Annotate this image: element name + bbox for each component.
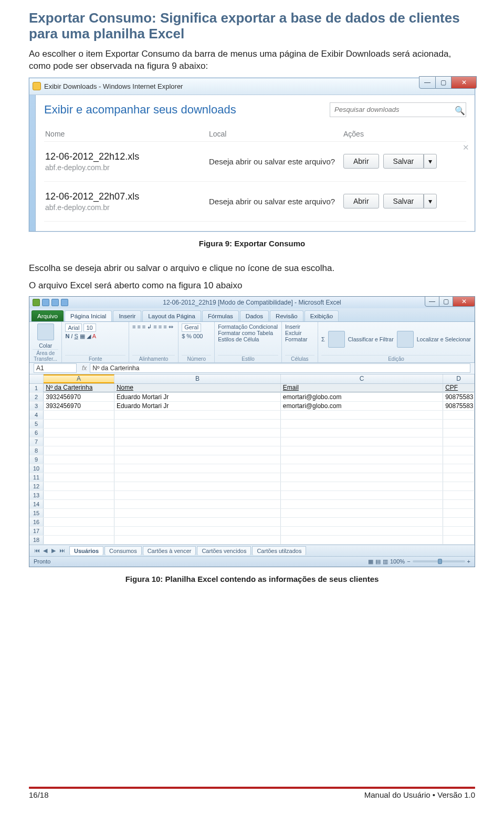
grid-row[interactable]: 4 [29, 411, 475, 420]
align-center-icon[interactable]: ≡ [159, 323, 162, 330]
row-header[interactable]: 6 [29, 429, 44, 437]
cell[interactable] [281, 536, 443, 544]
cells-insert-button[interactable]: Inserir [285, 323, 300, 330]
tab-view[interactable]: Exibição [304, 310, 339, 321]
close-button[interactable]: ✕ [452, 76, 477, 89]
row-header[interactable]: 18 [29, 536, 44, 544]
cell[interactable] [44, 518, 114, 526]
row-header[interactable]: 2 [29, 393, 44, 401]
cell[interactable] [281, 527, 443, 535]
excel-close-button[interactable]: ✕ [453, 296, 475, 307]
tab-file[interactable]: Arquivo [32, 310, 64, 321]
grid-row[interactable]: 11 [29, 473, 475, 482]
cell[interactable] [114, 455, 281, 464]
thousands-icon[interactable]: 000 [193, 333, 203, 339]
row-header[interactable]: 17 [29, 527, 44, 535]
row-header[interactable]: 12 [29, 482, 44, 491]
row-header[interactable]: 16 [29, 518, 44, 526]
cell[interactable] [281, 446, 443, 455]
wrap-icon[interactable]: ↲ [147, 323, 152, 330]
cell[interactable] [44, 482, 114, 491]
cell[interactable] [443, 464, 475, 473]
cell[interactable] [443, 518, 475, 526]
cell[interactable] [44, 429, 114, 437]
save-dropdown-button[interactable]: ▾ [424, 194, 437, 208]
cell[interactable] [114, 482, 281, 491]
cell[interactable]: 90875583 [443, 393, 475, 401]
cell[interactable] [114, 536, 281, 544]
cell[interactable] [443, 437, 475, 446]
find-select-icon[interactable] [397, 331, 414, 348]
grid-row[interactable]: 14 [29, 500, 475, 509]
row-header[interactable]: 10 [29, 464, 44, 473]
percent-icon[interactable]: % [186, 333, 192, 339]
cell[interactable] [114, 473, 281, 482]
cell[interactable]: 3932456970 [44, 393, 114, 401]
tab-data[interactable]: Dados [240, 310, 269, 321]
cell[interactable] [443, 473, 475, 482]
font-size-combo[interactable]: 10 [83, 323, 96, 332]
select-all-corner[interactable] [29, 374, 44, 383]
cell[interactable]: 3932456970 [44, 402, 114, 410]
row-header[interactable]: 8 [29, 446, 44, 455]
cell[interactable] [443, 455, 475, 464]
cell[interactable] [443, 420, 475, 428]
cell[interactable] [44, 509, 114, 517]
tab-insert[interactable]: Inserir [113, 310, 141, 321]
cell[interactable] [443, 527, 475, 535]
cell[interactable] [281, 482, 443, 491]
font-name-combo[interactable]: Arial [65, 323, 82, 332]
sheet-tab[interactable]: Cartões à vencer [143, 546, 196, 555]
cell[interactable] [114, 509, 281, 517]
cell[interactable] [281, 455, 443, 464]
cell[interactable] [443, 500, 475, 508]
excel-minimize-button[interactable]: — [425, 296, 439, 307]
spreadsheet-grid[interactable]: A B C D 1Nº da CarterinhaNomeEmailCPF239… [29, 374, 475, 545]
cell[interactable] [44, 411, 114, 419]
cell[interactable] [114, 411, 281, 419]
cell[interactable] [281, 437, 443, 446]
fx-icon[interactable]: fx [82, 364, 87, 372]
cell[interactable] [114, 420, 281, 428]
grid-row[interactable]: 5 [29, 420, 475, 429]
sheet-tab[interactable]: Consumos [104, 546, 142, 555]
grid-row[interactable]: 33932456970Eduardo Mortari Jremortari@gl… [29, 402, 475, 411]
row-header[interactable]: 14 [29, 500, 44, 508]
cell[interactable] [44, 464, 114, 473]
cell[interactable]: Eduardo Mortari Jr [114, 393, 281, 401]
paste-icon[interactable] [37, 323, 54, 340]
open-button[interactable]: Abrir [343, 194, 379, 208]
cell[interactable] [443, 482, 475, 491]
cell[interactable] [114, 429, 281, 437]
cell[interactable] [443, 446, 475, 455]
cell[interactable] [443, 536, 475, 544]
sheet-tab[interactable]: Cartões vencidos [197, 546, 251, 555]
cell[interactable]: emortari@globo.com [281, 393, 443, 401]
row-header[interactable]: 11 [29, 473, 44, 482]
underline-icon[interactable]: S [74, 333, 78, 340]
cond-format-button[interactable]: Formatação Condicional [218, 323, 278, 330]
autosum-icon[interactable]: Σ [321, 336, 325, 342]
cell[interactable]: Eduardo Mortari Jr [114, 402, 281, 410]
open-button[interactable]: Abrir [343, 154, 379, 169]
row-header[interactable]: 1 [29, 384, 44, 392]
col-header-b[interactable]: B [114, 374, 281, 383]
cell[interactable] [44, 491, 114, 499]
cell[interactable]: CPF [443, 384, 475, 392]
cell[interactable] [281, 429, 443, 437]
row-header[interactable]: 15 [29, 509, 44, 517]
save-button[interactable]: Salvar [383, 194, 424, 208]
cell[interactable] [114, 464, 281, 473]
zoom-out-button[interactable]: − [407, 558, 410, 565]
col-header-c[interactable]: C [281, 374, 443, 383]
cell[interactable]: Nº da Carterinha [44, 384, 114, 392]
italic-icon[interactable]: I [71, 333, 72, 340]
align-top-icon[interactable]: ≡ [132, 323, 135, 330]
cell[interactable] [281, 518, 443, 526]
sort-filter-icon[interactable] [328, 331, 345, 348]
cell[interactable] [281, 420, 443, 428]
grid-row[interactable]: 6 [29, 429, 475, 437]
name-box[interactable]: A1 [34, 363, 77, 373]
tab-home[interactable]: Página Inicial [65, 310, 112, 321]
qat-redo-icon[interactable] [61, 299, 68, 306]
